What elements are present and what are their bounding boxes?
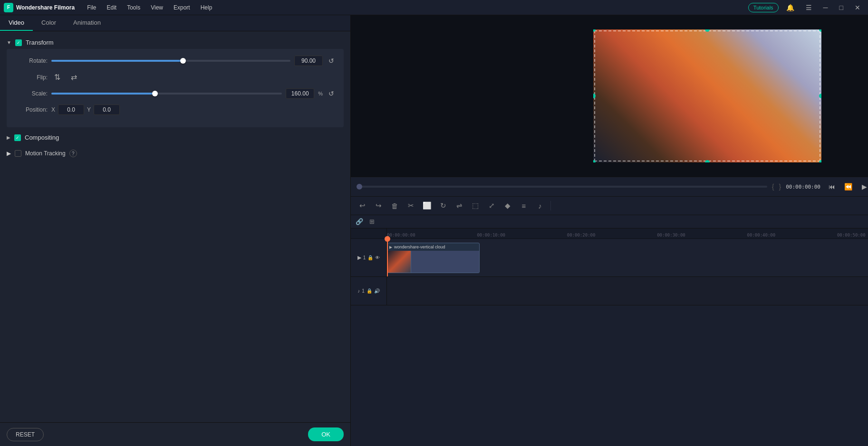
video-clip[interactable]: ▶ wondershare-vertical cloud [387, 243, 480, 273]
track-lock-icon[interactable]: 🔒 [367, 255, 373, 260]
clip-play-icon: ▶ [389, 245, 392, 249]
rotate-reset-button[interactable]: ↺ [327, 56, 336, 66]
tab-animation[interactable]: Animation [65, 15, 109, 31]
transform-checkbox[interactable]: ✓ [15, 39, 22, 46]
play-button[interactable]: ▶ [858, 180, 868, 193]
main-layout: Video Color Animation ▼ ✓ Transform Rota… [0, 15, 868, 446]
position-x-input[interactable] [58, 104, 84, 115]
panel-footer: RESET OK [0, 422, 350, 446]
panel-content: ▼ ✓ Transform Rotate: ↺ [0, 31, 350, 422]
ruler-mark-5: 00:00:50:00 [837, 233, 866, 237]
compositing-chevron: ▶ [7, 135, 10, 140]
app-logo: F Wondershare Filmora [4, 3, 75, 12]
timeline-content: 00:00:00:00 00:00:10:00 00:00:20:00 00:0… [351, 228, 868, 446]
menu-export[interactable]: Export [169, 2, 195, 13]
delete-button[interactable]: 🗑 [388, 199, 401, 212]
tab-color[interactable]: Color [33, 15, 65, 31]
handle-bottom-middle[interactable] [705, 160, 710, 162]
step-back-button[interactable]: ⏪ [841, 180, 855, 193]
minimize-button[interactable]: ─ [820, 2, 832, 13]
scale-unit: % [318, 91, 323, 96]
menu-file[interactable]: File [82, 2, 101, 13]
audio-volume-icon[interactable]: 🔊 [374, 288, 380, 294]
scale-reset-button[interactable]: ↺ [327, 89, 336, 98]
position-inputs: X Y [51, 104, 120, 115]
transport-controls: ⏮ ⏪ ▶ ⏹ [825, 180, 868, 193]
rotate-slider[interactable] [51, 60, 290, 62]
redo-button[interactable]: ↪ [372, 199, 385, 212]
ruler-mark-0: 00:00:00:00 [387, 233, 415, 237]
close-button[interactable]: ✕ [851, 2, 864, 13]
preview-area [351, 15, 868, 177]
clip-header: ▶ wondershare-vertical cloud [387, 243, 479, 251]
expand-button[interactable]: ⤢ [485, 199, 498, 212]
compositing-checkbox[interactable]: ✓ [14, 134, 21, 141]
playback-bar: { } 00:00:00:00 ⏮ ⏪ ▶ ⏹ 1/2 ⛶ 📷 🔊 ⚙ − [351, 177, 868, 196]
rotate-value-input[interactable] [294, 56, 323, 66]
menu-view[interactable]: View [146, 2, 168, 13]
handle-bottom-right[interactable] [819, 160, 821, 162]
video-track-icon: ▶ [357, 255, 361, 261]
rotate-tool-button[interactable]: ↻ [436, 199, 450, 212]
crop-button[interactable]: ⬜ [420, 199, 434, 212]
rotate-row: Rotate: ↺ [14, 56, 336, 66]
scale-slider[interactable] [51, 93, 282, 95]
titlebar: F Wondershare Filmora File Edit Tools Vi… [0, 0, 868, 15]
audio-track-number: 1 [362, 288, 365, 294]
handle-middle-right[interactable] [819, 94, 821, 98]
time-display: 00:00:00:00 [786, 184, 820, 190]
speed-button[interactable]: ⬚ [469, 199, 482, 212]
ruler-mark-1: 00:00:10:00 [477, 233, 505, 237]
hamburger-button[interactable]: ☰ [802, 2, 816, 13]
rewind-button[interactable]: ⏮ [825, 180, 839, 193]
reset-all-button[interactable]: RESET [7, 428, 44, 441]
menu-help[interactable]: Help [196, 2, 217, 13]
track-number-1: 1 [363, 255, 366, 260]
marker-button[interactable]: ◆ [501, 199, 514, 212]
tl-link-button[interactable]: 🔗 [354, 216, 365, 228]
tab-video[interactable]: Video [0, 15, 33, 31]
tutorials-button[interactable]: Tutorials [748, 3, 779, 12]
menu-tools[interactable]: Tools [122, 2, 145, 13]
scale-value-input[interactable] [286, 88, 314, 99]
timeline-tools: 🔗 ⊞ [354, 216, 377, 228]
position-y-input[interactable] [94, 104, 120, 115]
audio-lock-icon[interactable]: 🔒 [366, 288, 372, 294]
notification-button[interactable]: 🔔 [782, 2, 798, 13]
right-panel: { } 00:00:00:00 ⏮ ⏪ ▶ ⏹ 1/2 ⛶ 📷 🔊 ⚙ − [351, 15, 868, 446]
maximize-button[interactable]: □ [836, 2, 847, 13]
video-track-row[interactable]: ▶ wondershare-vertical cloud [387, 239, 868, 277]
transform-title: Transform [26, 39, 54, 46]
menu-edit[interactable]: Edit [102, 2, 121, 13]
tl-snap-button[interactable]: ⊞ [366, 216, 377, 228]
undo-button[interactable]: ↩ [356, 199, 369, 212]
motion-tracking-help-icon[interactable]: ? [69, 150, 77, 157]
track-eye-icon[interactable]: 👁 [375, 255, 380, 260]
timeline-tracks[interactable]: 00:00:00:00 00:00:10:00 00:00:20:00 00:0… [351, 228, 868, 446]
compositing-section-header[interactable]: ▶ ✓ Compositing [0, 131, 350, 144]
flip-horizontal-button[interactable]: ⇅ [51, 72, 63, 83]
transform-chevron: ▼ [7, 40, 11, 45]
cut-button[interactable]: ✂ [404, 199, 417, 212]
position-label: Position: [14, 106, 48, 113]
motion-tracking-header[interactable]: ▶ Motion Tracking ? [0, 147, 350, 160]
audio-button[interactable]: ♪ [533, 199, 547, 212]
scale-row: Scale: % ↺ [14, 88, 336, 99]
align-button[interactable]: ≡ [517, 199, 530, 212]
ok-button[interactable]: OK [308, 427, 344, 441]
playback-slider[interactable] [357, 186, 767, 188]
left-panel: Video Color Animation ▼ ✓ Transform Rota… [0, 15, 351, 446]
left-bracket-button[interactable]: { [772, 183, 774, 190]
ruler-mark-3: 00:00:30:00 [657, 233, 685, 237]
motion-tracking-checkbox[interactable] [15, 150, 21, 157]
right-bracket-button[interactable]: } [779, 183, 781, 190]
position-x-label: X [51, 106, 55, 113]
motion-tracking-chevron: ▶ [7, 150, 11, 157]
panel-tabs: Video Color Animation [0, 15, 350, 31]
compositing-section: ▶ ✓ Compositing [0, 131, 350, 144]
audio-track-row[interactable] [387, 277, 868, 305]
transform-section-header[interactable]: ▼ ✓ Transform [0, 36, 350, 49]
toolbar: ↩ ↪ 🗑 ✂ ⬜ ↻ ⇌ ⬚ ⤢ ◆ ≡ ♪ ✦ 🛡 🎤 🎨 ⊟ ⊖ [351, 196, 868, 215]
flip-tool-button[interactable]: ⇌ [453, 199, 466, 212]
flip-vertical-button[interactable]: ⇄ [68, 72, 80, 83]
